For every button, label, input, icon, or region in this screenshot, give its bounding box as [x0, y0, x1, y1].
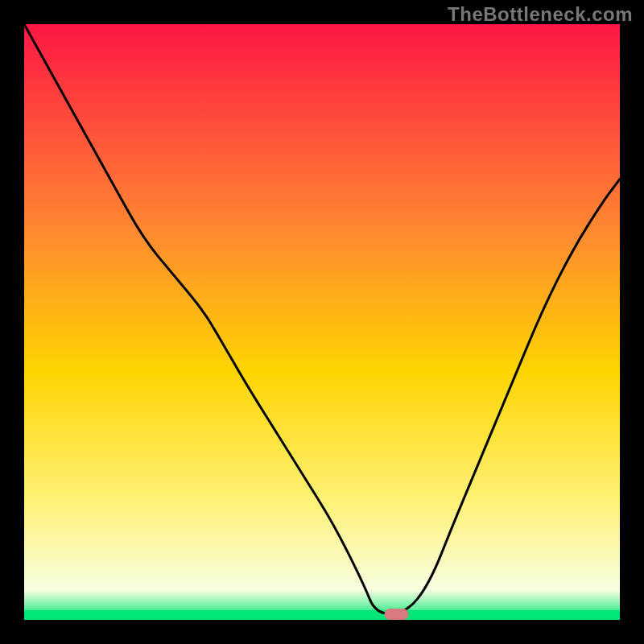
watermark-text: TheBottleneck.com [448, 3, 633, 26]
chart-container: { "watermark": "TheBottleneck.com", "cha… [0, 0, 644, 644]
bottleneck-chart [0, 0, 644, 644]
optimal-marker [385, 609, 409, 620]
green-strip [24, 610, 620, 620]
plot-background [24, 24, 620, 620]
